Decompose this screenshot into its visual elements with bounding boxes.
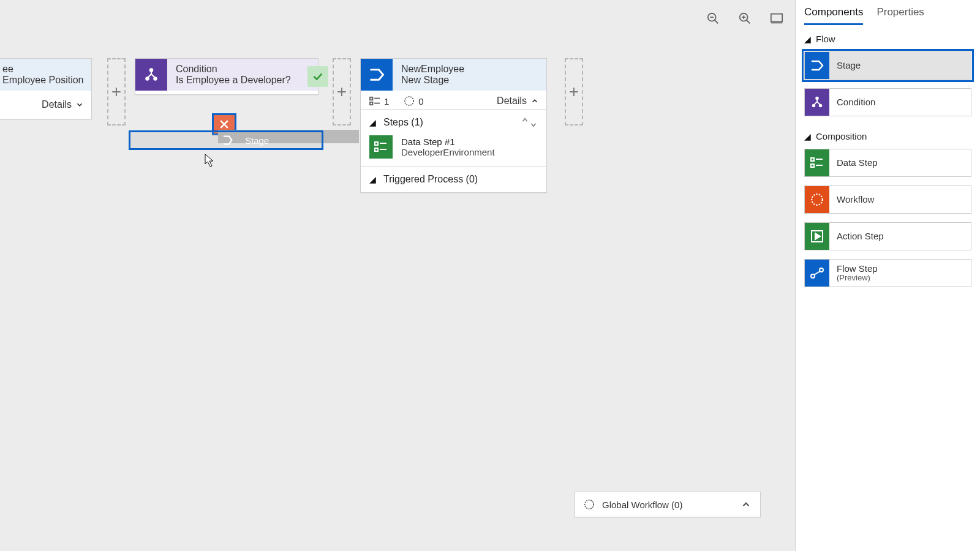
stage-node-employee-position[interactable]: ee Employee Position Details xyxy=(0,58,92,119)
drop-slot[interactable]: + xyxy=(565,58,583,126)
canvas-toolbar xyxy=(706,11,784,26)
svg-rect-23 xyxy=(375,148,378,151)
svg-point-9 xyxy=(150,69,153,71)
details-toggle[interactable]: Details xyxy=(497,96,539,107)
node-title: NewEmployee xyxy=(401,64,540,75)
component-data-step[interactable]: Data Step xyxy=(804,149,971,177)
plus-icon: + xyxy=(337,82,347,102)
steps-section-label: Steps (1) xyxy=(383,117,423,128)
plus-icon: + xyxy=(569,82,579,102)
stage-node-newemployee[interactable]: NewEmployee New Stage 1 0 Deta xyxy=(360,58,547,193)
component-label: Condition xyxy=(829,97,875,107)
component-label: Action Step xyxy=(829,231,884,241)
stage-icon xyxy=(805,52,829,79)
triangle-icon: ◢ xyxy=(804,34,811,44)
global-workflow-label: Global Workflow (0) xyxy=(602,500,682,510)
details-label: Details xyxy=(42,99,72,110)
designer-canvas[interactable]: ee Employee Position Details + Condition… xyxy=(0,0,795,551)
side-panel: Components Properties ◢ Flow Stage Condi… xyxy=(795,0,980,551)
component-action-step[interactable]: Action Step xyxy=(804,222,971,250)
cursor-icon xyxy=(205,154,216,167)
node-subtitle: Is Employee a Developer? xyxy=(176,75,312,86)
triggered-section-label: Triggered Process (0) xyxy=(383,174,478,185)
drop-slot[interactable]: + xyxy=(107,58,126,126)
stage-subtitle: Employee Position xyxy=(2,75,85,86)
component-stage[interactable]: Stage xyxy=(804,51,971,80)
drag-ghost-label: Stage xyxy=(245,135,269,146)
triangle-icon: ◢ xyxy=(369,174,376,184)
svg-point-21 xyxy=(405,97,413,105)
branch-icon xyxy=(805,89,829,116)
svg-point-31 xyxy=(813,105,815,107)
svg-line-4 xyxy=(747,20,750,24)
svg-point-27 xyxy=(816,97,818,100)
svg-rect-33 xyxy=(811,158,814,161)
global-workflow-bar[interactable]: Global Workflow (0) xyxy=(575,492,761,517)
true-path-badge[interactable] xyxy=(307,66,328,87)
triangle-icon: ◢ xyxy=(369,118,376,127)
node-title: Condition xyxy=(176,64,312,75)
component-label: Workflow xyxy=(829,194,874,204)
component-condition[interactable]: Condition xyxy=(804,88,971,116)
svg-marker-39 xyxy=(815,233,820,239)
drag-ghost-stage[interactable]: Stage xyxy=(129,130,323,150)
svg-rect-7 xyxy=(771,14,782,22)
component-flow-step[interactable]: Flow Step (Preview) xyxy=(804,259,971,287)
section-composition: ◢ Composition xyxy=(796,122,980,146)
reorder-arrows[interactable] xyxy=(521,117,538,128)
step-subtitle: DeveloperEnvironment xyxy=(401,147,495,157)
chevron-up-icon xyxy=(530,97,539,105)
node-subtitle: New Stage xyxy=(401,75,540,86)
svg-rect-18 xyxy=(370,102,372,105)
component-label: Data Step xyxy=(829,157,878,168)
drop-slot[interactable]: + xyxy=(333,58,351,126)
svg-rect-17 xyxy=(370,97,372,100)
triangle-icon: ◢ xyxy=(804,132,811,141)
chevron-down-icon xyxy=(75,100,84,109)
svg-rect-22 xyxy=(375,142,378,145)
stage-icon xyxy=(219,133,238,148)
data-step-item[interactable]: Data Step #1 DeveloperEnvironment xyxy=(361,135,546,166)
workflow-count: 0 xyxy=(404,96,423,107)
stage-icon xyxy=(361,59,393,91)
svg-point-32 xyxy=(820,105,822,107)
branch-icon xyxy=(135,59,167,91)
svg-point-26 xyxy=(585,500,594,509)
component-label: Flow Step (Preview) xyxy=(829,263,878,283)
steps-count: 1 xyxy=(369,96,389,107)
svg-point-14 xyxy=(154,77,156,80)
checklist-icon xyxy=(369,135,393,159)
zoom-in-icon[interactable] xyxy=(737,11,752,26)
zoom-out-icon[interactable] xyxy=(706,11,720,26)
svg-point-37 xyxy=(812,194,823,205)
spinner-icon xyxy=(584,499,595,510)
svg-point-13 xyxy=(146,77,148,80)
section-flow: ◢ Flow xyxy=(796,25,980,49)
component-workflow[interactable]: Workflow xyxy=(804,186,971,214)
step-title: Data Step #1 xyxy=(401,137,495,147)
svg-rect-34 xyxy=(811,164,814,167)
flow-icon xyxy=(805,260,829,287)
tab-properties[interactable]: Properties xyxy=(876,6,924,25)
spinner-icon xyxy=(805,186,829,213)
condition-node[interactable]: Condition Is Employee a Developer? xyxy=(135,58,318,95)
tab-components[interactable]: Components xyxy=(804,6,863,25)
plus-icon: + xyxy=(111,82,121,102)
svg-line-42 xyxy=(814,271,820,275)
stage-title: ee xyxy=(2,64,85,75)
details-toggle[interactable]: Details xyxy=(0,91,91,119)
details-label: Details xyxy=(497,96,527,107)
play-icon xyxy=(805,223,829,250)
fit-to-screen-icon[interactable] xyxy=(769,11,784,26)
chevron-up-icon[interactable] xyxy=(741,499,752,510)
svg-line-1 xyxy=(715,20,718,24)
component-label: Stage xyxy=(829,60,861,70)
checklist-icon xyxy=(805,149,829,176)
